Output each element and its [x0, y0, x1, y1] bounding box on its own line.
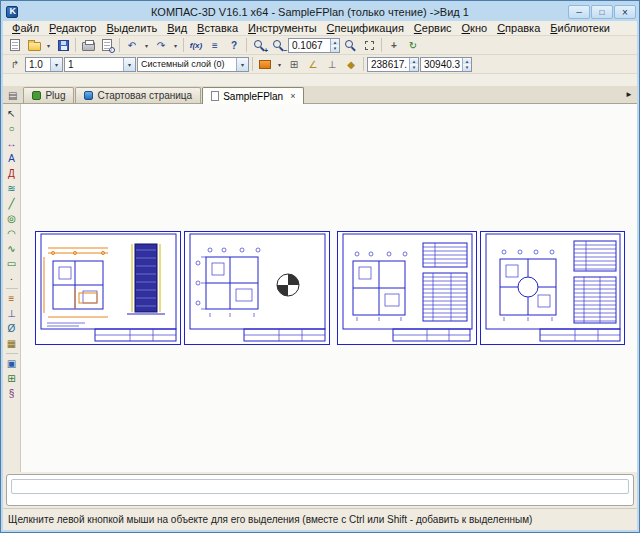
spinner-down-icon[interactable]: ▾	[463, 64, 471, 71]
menu-view[interactable]: Вид	[162, 22, 192, 34]
coord-x-field[interactable]: 238617. ▴▾	[367, 57, 419, 72]
view-state-caret-icon[interactable]: ▾	[123, 58, 135, 71]
window-inner: КОМПАС-3D V16.1 x64 - SampleFPlan (тольк…	[3, 3, 637, 530]
tool-hatch-button[interactable]: ≋	[4, 181, 20, 196]
tab-close-icon[interactable]: ×	[290, 91, 295, 101]
save-button[interactable]	[54, 37, 72, 54]
documents-list-icon[interactable]: ▤	[8, 90, 17, 101]
property-bar-box	[6, 474, 634, 506]
tool-dimensions-button[interactable]: ↔	[4, 136, 20, 151]
pan-button[interactable]: +	[385, 37, 403, 54]
zoom-area-button[interactable]	[360, 37, 378, 54]
tool-construction-designations-button[interactable]: Д	[4, 166, 20, 181]
tool-designations-button[interactable]: A	[4, 151, 20, 166]
open-dropdown-caret[interactable]: ▾	[44, 37, 53, 54]
print-button[interactable]	[79, 37, 97, 54]
tool-segment-button[interactable]: ╱	[4, 196, 20, 211]
coord-y-field[interactable]: 30940.3 ▴▾	[420, 57, 472, 72]
tool-point-button[interactable]: ∙	[4, 271, 20, 286]
print-preview-button[interactable]	[98, 37, 116, 54]
maximize-button[interactable]: □	[591, 5, 613, 19]
tab-start-page[interactable]: Стартовая страница	[75, 87, 201, 103]
undo-dropdown-caret[interactable]: ▾	[142, 37, 151, 54]
redo-button[interactable]: ↷	[152, 37, 170, 54]
main-area: ↖ ○ ↔ A Д ≋ ╱ ◎ ◠ ∿ ▭ ∙ ≡ ⊥ Ø ▦ ▣ ⊞ §	[3, 104, 637, 472]
variables-button[interactable]: f(x)	[187, 37, 205, 54]
redo-dropdown-caret[interactable]: ▾	[171, 37, 180, 54]
tool-measurements-button[interactable]: Ø	[4, 321, 20, 336]
layer-caret-icon[interactable]: ▾	[236, 58, 248, 71]
spinner-down-icon[interactable]: ▾	[331, 45, 339, 52]
tab-plug[interactable]: Plug	[23, 87, 74, 103]
tool-circle-button[interactable]: ◎	[4, 211, 20, 226]
menu-libraries[interactable]: Библиотеки	[545, 22, 615, 34]
zoom-spinner[interactable]: ▴▾	[330, 39, 339, 52]
current-color-button[interactable]	[256, 56, 274, 73]
cursor-step-combo[interactable]: 1.0 ▾	[25, 57, 63, 72]
properties-button[interactable]: ≡	[206, 37, 224, 54]
zoom-fit-button[interactable]	[341, 37, 359, 54]
zoom-in-button[interactable]: +	[250, 37, 268, 54]
plug-tab-icon	[32, 91, 41, 100]
drawing-sheet-3[interactable]	[338, 232, 477, 345]
tool-selection-button[interactable]: ▦	[4, 336, 20, 351]
menu-insert[interactable]: Вставка	[192, 22, 243, 34]
color-dropdown-caret[interactable]: ▾	[275, 56, 284, 73]
tool-insertions-button[interactable]: ⊞	[4, 371, 20, 386]
ortho-button[interactable]: ⊥	[323, 56, 341, 73]
zoom-combo[interactable]: 0.1067 ▴▾	[288, 38, 340, 53]
jump-button[interactable]: ↱	[6, 56, 24, 73]
menu-window[interactable]: Окно	[457, 22, 493, 34]
drawing-sheets-svg	[21, 104, 637, 472]
drawing-sheet-1[interactable]	[36, 232, 181, 345]
tool-panel-separator	[6, 288, 18, 289]
refresh-view-button[interactable]: ↻	[404, 37, 422, 54]
tool-rectangle-button[interactable]: ▭	[4, 256, 20, 271]
undo-button[interactable]: ↶	[123, 37, 141, 54]
drawing-sheet-2[interactable]	[185, 232, 330, 345]
menu-bar: Файл Редактор Выделить Вид Вставка Инстр…	[3, 21, 637, 36]
grid-button[interactable]: ⊞	[285, 56, 303, 73]
menu-select[interactable]: Выделить	[101, 22, 162, 34]
drawing-sheet-4[interactable]	[481, 232, 625, 345]
angle-snap-button[interactable]: ∠	[304, 56, 322, 73]
menu-editor[interactable]: Редактор	[44, 22, 101, 34]
tool-specification-button[interactable]: §	[4, 386, 20, 401]
menu-specification[interactable]: Спецификация	[322, 22, 409, 34]
spinner-down-icon[interactable]: ▾	[410, 64, 418, 71]
coord-x-spinner[interactable]: ▴▾	[409, 58, 418, 71]
layer-combo[interactable]: Системный слой (0) ▾	[137, 57, 249, 72]
menu-file[interactable]: Файл	[7, 22, 44, 34]
tab-scroll-arrow-icon[interactable]: ►	[625, 90, 633, 99]
view-state-combo[interactable]: 1 ▾	[64, 57, 136, 72]
menu-help[interactable]: Справка	[492, 22, 545, 34]
tool-geometry-button[interactable]: ○	[4, 121, 20, 136]
tab-samplefplan[interactable]: SampleFPlan ×	[202, 87, 304, 104]
zoom-out-button[interactable]: −	[269, 37, 287, 54]
snap-button[interactable]: ◆	[342, 56, 360, 73]
menu-tools[interactable]: Инструменты	[243, 22, 322, 34]
tool-selection-cursor-button[interactable]: ↖	[4, 106, 20, 121]
title-bar[interactable]: КОМПАС-3D V16.1 x64 - SampleFPlan (тольк…	[3, 3, 637, 21]
open-document-button[interactable]	[25, 37, 43, 54]
coord-y-spinner[interactable]: ▴▾	[462, 58, 471, 71]
new-document-button[interactable]	[6, 37, 24, 54]
printer-icon	[82, 42, 95, 51]
current-state-toolbar: ↱ 1.0 ▾ 1 ▾ Системный слой (0) ▾ ▾ ⊞ ∠ ⊥…	[3, 55, 637, 74]
tool-editing-button[interactable]: ≡	[4, 291, 20, 306]
toolbar-separator	[252, 57, 253, 71]
document-tab-icon	[211, 91, 219, 101]
tool-parametrization-button[interactable]: ⊥	[4, 306, 20, 321]
tool-spline-button[interactable]: ∿	[4, 241, 20, 256]
property-bar-field[interactable]	[11, 479, 629, 494]
cursor-step-caret-icon[interactable]: ▾	[50, 58, 62, 71]
tool-arc-button[interactable]: ◠	[4, 226, 20, 241]
close-button[interactable]: ×	[614, 5, 636, 19]
compass-emblem	[277, 274, 299, 296]
tool-views-button[interactable]: ▣	[4, 356, 20, 371]
help-button[interactable]: ?	[225, 37, 243, 54]
minimize-button[interactable]: ─	[568, 5, 590, 19]
drawing-canvas[interactable]	[21, 104, 637, 472]
app-window: КОМПАС-3D V16.1 x64 - SampleFPlan (тольк…	[0, 0, 640, 533]
menu-service[interactable]: Сервис	[409, 22, 457, 34]
